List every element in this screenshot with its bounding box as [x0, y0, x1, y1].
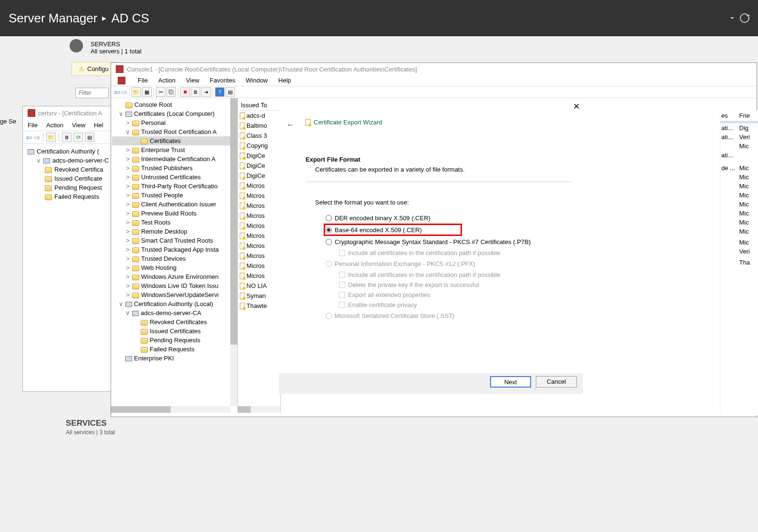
back-icon[interactable]: ⇦ [26, 133, 32, 142]
toolbar-refresh-icon[interactable]: ⟳ [73, 133, 83, 142]
tree-item[interactable]: Failed Requests [112, 345, 236, 354]
tree-item[interactable]: >Trusted Packaged App Insta [112, 245, 236, 254]
up-folder-icon[interactable]: 📁 [132, 87, 141, 97]
tree-item[interactable]: ∨Certificates (Local Computer) [112, 109, 236, 118]
toolbar-btn[interactable]: ▦ [142, 87, 152, 97]
refresh-icon[interactable] [740, 13, 749, 23]
properties-icon[interactable]: 🗎 [191, 87, 200, 97]
menu-file[interactable]: File [28, 122, 38, 129]
help-icon[interactable]: ? [215, 87, 225, 97]
table-row[interactable]: Veri [720, 247, 758, 256]
list-item[interactable]: NO LIA [239, 281, 279, 291]
table-row[interactable]: Mic [720, 209, 758, 218]
tree-item[interactable]: Failed Requests [42, 192, 115, 201]
tree-item[interactable]: >Smart Card Trusted Roots [112, 236, 236, 245]
breadcrumb[interactable]: AD CS [111, 11, 149, 26]
delete-icon[interactable]: ✖ [180, 87, 190, 97]
tree-item[interactable]: Pending Requests [112, 336, 236, 345]
horizontal-scrollbar[interactable] [238, 406, 280, 413]
tree-item[interactable]: Revoked Certificates [112, 317, 236, 327]
list-item[interactable]: Micros [239, 221, 279, 231]
tree-item[interactable]: >Client Authentication Issuer [112, 200, 236, 209]
cut-icon[interactable]: ✂ [156, 87, 165, 97]
horizontal-scrollbar[interactable] [111, 406, 230, 413]
tree-item[interactable]: >Windows Live ID Token Issu [112, 281, 236, 290]
tree-server[interactable]: ∨adcs-demo-server-C [33, 156, 115, 165]
menu-action[interactable]: Action [158, 77, 175, 84]
tree-item[interactable]: Revoked Certifica [42, 165, 115, 174]
toolbar-btn[interactable]: ▤ [225, 87, 235, 97]
tree-item[interactable]: >Personal [112, 118, 236, 127]
menu-view[interactable]: View [72, 122, 85, 129]
table-row[interactable]: Mic [720, 191, 758, 200]
tree-item[interactable]: ∨Trusted Root Certification A [112, 127, 236, 136]
tree-item[interactable]: ∨adcs-demo-server-CA [112, 308, 236, 317]
toolbar-btn[interactable]: 🗎 [62, 133, 72, 142]
list-item[interactable]: Micros [239, 231, 279, 241]
copy-icon[interactable]: ⿻ [166, 87, 176, 97]
table-row[interactable]: de ...Mic [720, 164, 758, 173]
vertical-scrollbar[interactable] [230, 98, 237, 406]
tree-item[interactable]: >Trusted People [112, 191, 236, 200]
table-row[interactable]: Mic [720, 142, 758, 151]
back-arrow-icon[interactable]: ← [287, 121, 294, 129]
menu-view[interactable]: View [186, 77, 199, 84]
menu-help[interactable]: Hel [94, 122, 103, 129]
tree-item[interactable]: >WindowsServerUpdateServi [112, 290, 236, 299]
table-row[interactable]: Mic [720, 182, 758, 191]
tree-item[interactable]: >Untrusted Certificates [112, 173, 236, 182]
list-item[interactable]: Micros [239, 181, 279, 191]
tree-item[interactable]: >Preview Build Roots [112, 209, 236, 218]
configure-bar[interactable]: Configu [72, 62, 116, 76]
console-titlebar[interactable]: Console1 - [Console Root\Certificates (L… [111, 63, 757, 75]
dropdown-icon[interactable] [730, 17, 734, 21]
table-row[interactable]: Mic [720, 218, 758, 227]
radio-der[interactable]: DER encoded binary X.509 (.CER) [326, 212, 531, 224]
list-item[interactable]: Baltimo [239, 121, 279, 131]
list-item[interactable]: Thawte [239, 301, 279, 311]
radio-p7b[interactable]: Cryptographic Message Syntax Standard - … [326, 236, 531, 248]
list-item[interactable]: Copyrig [239, 141, 279, 151]
certsrv-titlebar[interactable]: certsrv - [Certification A [23, 106, 117, 120]
table-row[interactable]: Mic [720, 238, 758, 247]
list-item[interactable]: Micros [239, 201, 279, 211]
table-row[interactable]: Mic [720, 200, 758, 209]
forward-icon[interactable]: ⇨ [121, 88, 127, 97]
table-row[interactable]: Tha [720, 258, 758, 267]
tree-item[interactable]: Issued Certificate [42, 174, 115, 183]
tree-root[interactable]: Certification Authority ( [25, 147, 115, 156]
list-item[interactable]: Micros [239, 241, 279, 251]
tree-item[interactable]: Issued Certificates [112, 327, 236, 336]
list-item[interactable]: DigiCe [239, 171, 279, 181]
menu-action[interactable]: Action [46, 122, 63, 129]
list-item[interactable]: Syman [239, 291, 279, 301]
list-item[interactable]: DigiCe [239, 161, 279, 171]
table-row[interactable]: ati... [720, 151, 758, 160]
toolbar-btn[interactable]: ▤ [85, 133, 94, 142]
list-item[interactable]: Class 3 [239, 131, 279, 141]
table-row[interactable]: ati...Dig [720, 123, 758, 133]
tree-item[interactable]: >Trusted Devices [112, 254, 236, 263]
menu-favorites[interactable]: Favorites [210, 77, 235, 84]
list-item[interactable]: adcs-d [239, 111, 279, 121]
tree-item[interactable]: Certificates [112, 136, 236, 145]
tree-item[interactable]: >Third-Party Root Certificatio [112, 182, 236, 191]
tree-item[interactable]: >Remote Desktop [112, 227, 236, 236]
list-item[interactable]: Micros [239, 261, 279, 271]
radio-base64[interactable]: Base-64 encoded X.509 (.CER) [326, 224, 531, 236]
menu-file[interactable]: File [138, 77, 148, 84]
toolbar-btn[interactable]: 📁 [46, 133, 56, 142]
table-row[interactable]: ati...Veri [720, 133, 758, 142]
export-icon[interactable]: ➜ [201, 87, 211, 97]
tree-item[interactable]: >Test Roots [112, 218, 236, 227]
table-row[interactable]: Mic [720, 227, 758, 236]
cancel-button[interactable]: Cancel [536, 376, 577, 388]
tree-item[interactable]: Console Root [112, 100, 236, 109]
tree-item[interactable]: >Windows Azure Environmen [112, 272, 236, 281]
forward-icon[interactable]: ⇨ [34, 133, 40, 142]
list-item[interactable]: Micros [239, 251, 279, 261]
next-button[interactable]: Next [490, 376, 531, 388]
menu-window[interactable]: Window [246, 77, 268, 84]
menu-help[interactable]: Help [278, 77, 291, 84]
table-row[interactable]: Mic [720, 173, 758, 182]
